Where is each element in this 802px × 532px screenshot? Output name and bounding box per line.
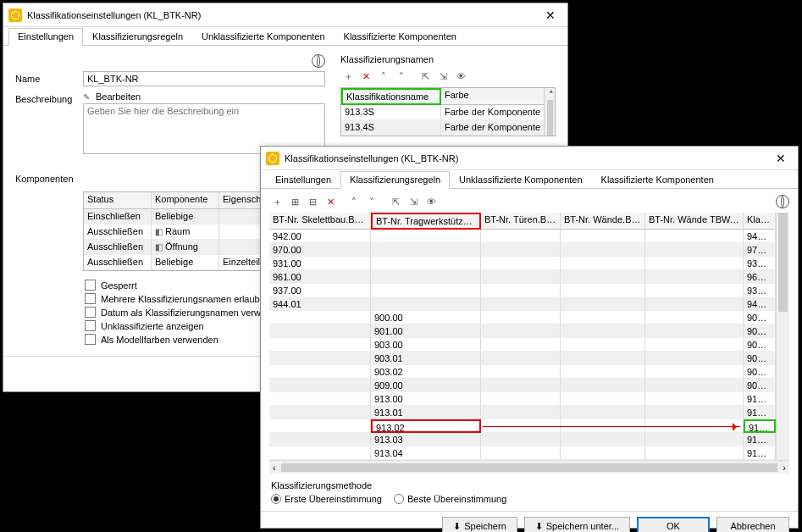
cell[interactable]: 913.4S [744,446,776,460]
cell[interactable] [371,230,481,243]
down-icon[interactable]: ˅ [394,69,409,84]
cell[interactable]: 931.00 [269,257,371,270]
cell[interactable]: 903.2S [744,365,776,379]
cell[interactable]: 913.04 [371,446,481,460]
visibility-icon[interactable]: 👁 [453,69,468,84]
cell[interactable] [561,352,645,365]
cell[interactable] [645,433,744,446]
col-klassname[interactable]: Klassifikationsname [341,88,441,105]
cell[interactable]: 942_S [744,230,776,243]
cell[interactable] [561,365,645,379]
cell[interactable] [645,338,744,352]
cell[interactable] [481,338,561,352]
cell[interactable] [371,257,481,270]
edit-link[interactable]: Bearbeiten [96,91,141,102]
add-row-icon[interactable]: ＋ [269,194,285,209]
export-icon[interactable]: ⇲ [435,69,451,84]
cell[interactable] [645,406,744,419]
cell[interactable] [481,379,561,392]
cell[interactable] [269,365,371,379]
scroll-left-icon[interactable]: ‹ [269,463,279,473]
tab-klass[interactable]: Klassifizierte Komponenten [335,28,466,46]
cell[interactable] [269,352,371,365]
cell[interactable] [645,352,744,365]
cell[interactable] [481,284,561,297]
cell[interactable] [645,284,744,297]
down-icon[interactable]: ˅ [364,194,379,209]
cell[interactable] [561,284,645,297]
cell[interactable] [481,365,561,379]
cell[interactable]: 903.00 [371,338,481,352]
col-header[interactable]: BT-Nr. Tragwerkstützen.BT-Nr. [371,213,481,230]
cell[interactable]: Beliebige [152,255,219,270]
cell[interactable]: 901.00 [371,324,481,338]
col-header[interactable]: BT-Nr. Wände TBW.BT-Nr. [645,213,744,230]
cell[interactable] [561,270,645,284]
close-icon[interactable]: ✕ [539,5,562,25]
cell[interactable] [481,311,561,324]
cell[interactable] [269,419,371,433]
remove-icon[interactable]: ✕ [358,69,373,84]
cell-klassname[interactable]: 913.4S [341,120,441,136]
cell[interactable]: Beliebige [152,209,219,224]
cell[interactable] [481,324,561,338]
scrollbar[interactable]: ˄ [545,88,555,136]
cell[interactable]: 913.1S [744,406,776,419]
cell[interactable]: 900_S [744,311,776,324]
cell[interactable] [645,270,744,284]
cell[interactable] [645,365,744,379]
radio-beste[interactable] [394,494,404,504]
cell[interactable] [561,419,645,433]
cell[interactable] [269,433,371,446]
add-col-icon[interactable]: ⊞ [287,194,302,209]
cell[interactable] [645,379,744,392]
cell[interactable] [561,406,645,419]
cell-farbe[interactable]: Farbe der Komponente [441,120,545,136]
cell[interactable] [561,311,645,324]
col-header[interactable]: BT-Nr. Skelettbau.BT-Nr. [269,213,371,230]
col-header[interactable]: BT-Nr. Wände.BT-Nr. [561,213,645,230]
col-header[interactable]: BT-Nr. Türen.BT-Nr. [481,213,561,230]
cell[interactable] [371,297,481,311]
up-icon[interactable]: ˄ [376,69,391,84]
scrollbar[interactable] [776,213,789,460]
cell[interactable]: 942.00 [269,230,371,243]
cell[interactable] [481,433,561,446]
tab-unklass[interactable]: Unklassifizierte Komponenten [192,28,335,46]
cell[interactable] [645,311,744,324]
col-header[interactable]: Klassifikationsname [744,213,776,230]
cell[interactable] [481,270,561,284]
cell[interactable] [645,446,744,460]
cell[interactable] [561,433,645,446]
cell[interactable] [269,338,371,352]
tab-klass[interactable]: Klassifizierte Komponenten [592,171,723,189]
col-header[interactable]: Komponente [152,192,219,209]
cell-klassname[interactable]: 913.3S [341,105,441,120]
cell[interactable] [561,257,645,270]
cell[interactable]: 937_S [744,284,776,297]
checkbox[interactable] [85,307,96,318]
cell[interactable] [269,379,371,392]
tab-einstellungen[interactable]: Einstellungen [266,171,340,189]
cell[interactable]: Ausschließen [84,224,152,240]
cell[interactable]: 913_S [744,392,776,406]
checkbox[interactable] [85,280,96,291]
save-button[interactable]: ⬇Speichern [442,517,517,532]
cell[interactable]: 944.1S [744,297,776,311]
cell[interactable]: 913.02 [371,419,481,433]
cell[interactable] [481,446,561,460]
export-icon[interactable]: ⇲ [406,194,421,209]
name-input[interactable] [83,71,325,86]
cell[interactable]: 970_S [744,243,776,257]
cell[interactable] [561,379,645,392]
cell[interactable]: 931_S [744,257,776,270]
cell[interactable]: 944.01 [269,297,371,311]
cell[interactable]: 961_S [744,270,776,284]
cell[interactable] [371,270,481,284]
tab-klassregeln[interactable]: Klassifizierungsregeln [340,171,450,189]
import-icon[interactable]: ⇱ [388,194,403,209]
cell[interactable] [645,243,744,257]
cell[interactable] [561,392,645,406]
cell[interactable] [481,406,561,419]
globe-icon[interactable] [312,54,325,68]
